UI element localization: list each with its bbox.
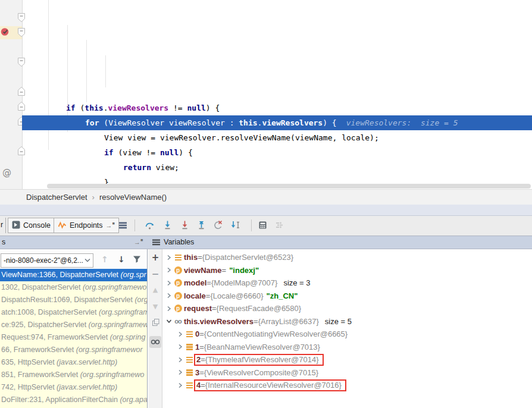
frame-row[interactable]: 635, HttpServlet (javax.servlet.http) — [0, 356, 147, 369]
remove-watch-button[interactable]: − — [148, 269, 162, 280]
frame-row[interactable]: 66, FrameworkServlet (org.springframewor — [0, 344, 147, 356]
add-watch-button[interactable]: + — [148, 252, 162, 263]
variable-row[interactable]: prequest = {RequestFacade@6580} — [163, 302, 531, 315]
frame-location: 851, FrameworkServlet — [1, 371, 80, 379]
variable-name: model — [184, 278, 206, 287]
step-out-button[interactable] — [196, 220, 207, 231]
variables-toolbar: + − ▲ ▼ — [148, 249, 162, 408]
chevron-right-icon[interactable] — [165, 280, 173, 286]
frames-panel: -nio-8080-exec-2"@6,2... ↑ ↓ ViewName:13… — [0, 249, 148, 408]
code-line[interactable]: View view = viewResolver.resolveViewName… — [22, 130, 532, 145]
variable-name: this.viewResolvers — [184, 317, 254, 326]
variable-row[interactable]: this = {DispatcherServlet@6523} — [163, 251, 531, 264]
chevron-right-icon[interactable] — [165, 267, 173, 273]
indent-guide — [105, 55, 106, 87]
show-watches-toggle[interactable] — [149, 336, 161, 348]
tab-console-label: Console — [23, 221, 51, 230]
chevron-right-icon[interactable] — [165, 255, 173, 261]
variable-row[interactable]: oothis.viewResolvers = {ArrayList@6637}s… — [163, 315, 531, 328]
editor-horizontal-scrollbar[interactable] — [47, 184, 531, 189]
code-token: view; — [151, 163, 179, 172]
code-token: viewResolvers — [262, 118, 323, 127]
value-icon — [186, 369, 193, 377]
code-line[interactable]: if (view != null) { — [22, 145, 532, 160]
chevron-right-icon[interactable] — [165, 293, 173, 299]
watch-glasses-icon: oo — [174, 318, 181, 325]
frames-list[interactable]: ViewName:1366, DispatcherServlet (org.sp… — [0, 269, 147, 408]
frame-row[interactable]: ce:925, DispatcherServlet (org.springfra… — [0, 319, 147, 331]
equals-sign: = — [206, 278, 211, 287]
chevron-down-icon — [84, 258, 91, 263]
variables-tree[interactable]: this = {DispatcherServlet@6523}pviewName… — [163, 251, 531, 407]
frame-row[interactable]: 851, FrameworkServlet (org.springframewo — [0, 369, 147, 381]
frame-package: (org.springframewor — [76, 346, 143, 354]
previous-frame-button[interactable]: ↑ — [101, 255, 108, 264]
variable-row[interactable]: 3 = {ViewResolverComposite@7015} — [163, 366, 531, 379]
frame-row[interactable]: ViewName:1366, DispatcherServlet (org.sp… — [0, 269, 147, 281]
debugger-tab-cut-label[interactable]: r — [1, 221, 3, 229]
step-over-button[interactable] — [145, 220, 155, 231]
frame-row[interactable]: 1302, DispatcherServlet (org.springframe… — [0, 281, 147, 294]
code-area[interactable]: if (this.viewResolvers != null) {for (Vi… — [22, 0, 532, 189]
parameter-icon: p — [174, 266, 182, 274]
code-line[interactable]: if (this.viewResolvers != null) { — [22, 101, 532, 115]
equals-sign: = — [206, 291, 211, 300]
variable-string-value: "zh_CN" — [267, 291, 298, 300]
frame-package: (org.springfram — [99, 308, 147, 316]
trace-stream-icon-disabled — [274, 220, 285, 231]
code-token: if — [104, 148, 114, 157]
variable-type-icon: p — [173, 292, 183, 300]
code-editor[interactable]: @ if (this.viewResolvers != null) {for (… — [0, 0, 532, 189]
variable-row[interactable]: pmodel = {ModelMap@7007}size = 3 — [163, 277, 531, 290]
drop-frame-button[interactable] — [213, 220, 224, 231]
variable-value: {ThymeleafViewResolver@7014} — [205, 355, 319, 364]
variable-type-icon: oo — [173, 318, 183, 325]
parameter-icon: p — [174, 305, 182, 312]
code-token: this — [239, 118, 257, 127]
chevron-down-icon[interactable] — [165, 318, 173, 324]
breakpoint-verified-icon[interactable] — [1, 27, 10, 39]
next-frame-button[interactable]: ↓ — [118, 255, 125, 264]
step-into-button[interactable] — [162, 220, 173, 231]
variable-row[interactable]: pviewName = "indexj" — [163, 264, 531, 277]
threads-view-icon[interactable] — [118, 220, 129, 231]
evaluate-expression-icon[interactable] — [258, 220, 268, 231]
frame-row[interactable]: Request:974, FrameworkServlet (org.sprin… — [0, 331, 147, 344]
variable-value: {InternalResourceViewResolver@7016} — [205, 381, 342, 390]
filter-frames-icon[interactable] — [132, 255, 142, 266]
variable-value: {ContentNegotiatingViewResolver@6665} — [204, 329, 348, 338]
tab-endpoints[interactable]: Endpoints →■ — [54, 218, 119, 233]
duplicate-watch-icon[interactable] — [148, 318, 162, 329]
variable-row[interactable]: plocale = {Locale@6660}"zh_CN" — [163, 290, 531, 303]
chevron-right-icon[interactable] — [176, 344, 184, 350]
variable-row[interactable]: 4 = {InternalResourceViewResolver@7016} — [163, 379, 531, 392]
code-token: != — [168, 103, 187, 112]
move-watch-up-button[interactable]: ▲ — [148, 286, 162, 294]
variable-row[interactable]: 0 = {ContentNegotiatingViewResolver@6665… — [163, 328, 531, 341]
force-step-into-button[interactable] — [180, 220, 190, 231]
frame-row[interactable]: DispatchResult:1069, DispatcherServlet (… — [0, 294, 147, 306]
frame-row[interactable]: DoFilter:231, ApplicationFilterChain (or… — [0, 394, 147, 406]
variable-row[interactable]: 1 = {BeanNameViewResolver@7013} — [163, 341, 531, 354]
code-token: for — [85, 118, 99, 127]
variables-panel-header[interactable]: Variables — [152, 238, 194, 246]
frame-location: ViewName:1366, DispatcherServlet — [1, 271, 121, 279]
chevron-right-icon[interactable] — [176, 357, 184, 363]
chevron-right-icon[interactable] — [176, 331, 184, 337]
breadcrumb-item-method[interactable]: resolveViewName() — [99, 193, 167, 202]
tool-panel-headers: s →■ Variables — [0, 236, 532, 249]
frames-header-jump-arrow-icon[interactable]: →■ — [134, 238, 143, 246]
frame-row[interactable]: 742, HttpServlet (javax.servlet.http) — [0, 381, 147, 394]
frame-row[interactable]: atch:1008, DispatcherServlet (org.spring… — [0, 306, 147, 319]
breadcrumb-item-class[interactable]: DispatcherServlet — [26, 193, 87, 202]
chevron-right-icon[interactable] — [165, 306, 173, 312]
thread-dropdown[interactable]: -nio-8080-exec-2"@6,2... — [1, 253, 93, 268]
move-watch-down-button[interactable]: ▼ — [148, 303, 162, 310]
variable-row[interactable]: 2 = {ThymeleafViewResolver@7014} — [163, 353, 531, 366]
variable-name: 3 — [195, 368, 199, 377]
execution-point-line[interactable]: for (ViewResolver viewResolver : this.vi… — [22, 115, 532, 130]
code-line[interactable]: return view; — [22, 160, 532, 175]
chevron-right-icon[interactable] — [176, 382, 184, 388]
chevron-right-icon[interactable] — [176, 369, 184, 375]
run-to-cursor-button[interactable] — [230, 220, 241, 231]
